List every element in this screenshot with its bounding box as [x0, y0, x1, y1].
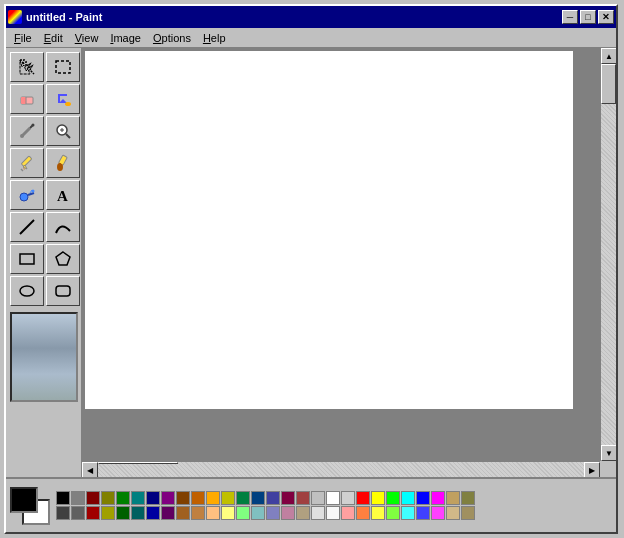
color-swatch[interactable]: [296, 491, 310, 505]
color-swatch[interactable]: [371, 506, 385, 520]
svg-point-28: [20, 286, 34, 296]
scroll-up-button[interactable]: ▲: [601, 48, 616, 64]
scroll-track-horizontal[interactable]: [98, 462, 584, 477]
foreground-color-box[interactable]: [10, 487, 38, 513]
close-button[interactable]: ✕: [598, 10, 614, 24]
color-swatch[interactable]: [146, 491, 160, 505]
tool-polygon[interactable]: [46, 244, 80, 274]
tool-brush[interactable]: [46, 148, 80, 178]
color-swatch[interactable]: [431, 506, 445, 520]
tool-rect-select[interactable]: [46, 52, 80, 82]
color-swatch[interactable]: [326, 506, 340, 520]
tool-free-select[interactable]: [10, 52, 44, 82]
color-swatch[interactable]: [341, 506, 355, 520]
color-swatch[interactable]: [266, 506, 280, 520]
tool-line[interactable]: [10, 212, 44, 242]
tool-eyedropper[interactable]: [10, 116, 44, 146]
color-swatch[interactable]: [161, 506, 175, 520]
color-swatch[interactable]: [86, 506, 100, 520]
color-swatch[interactable]: [431, 491, 445, 505]
color-swatch[interactable]: [386, 506, 400, 520]
color-swatch[interactable]: [461, 491, 475, 505]
scroll-thumb-vertical[interactable]: [601, 64, 616, 104]
color-swatch[interactable]: [221, 506, 235, 520]
color-swatch[interactable]: [281, 491, 295, 505]
color-swatch[interactable]: [356, 506, 370, 520]
color-swatch[interactable]: [446, 506, 460, 520]
svg-point-18: [57, 163, 63, 171]
color-swatch[interactable]: [416, 506, 430, 520]
color-swatch[interactable]: [116, 491, 130, 505]
tool-roundrect[interactable]: [46, 276, 80, 306]
color-swatch[interactable]: [116, 506, 130, 520]
color-swatch[interactable]: [371, 491, 385, 505]
canvas-inner: [82, 48, 600, 461]
color-swatch[interactable]: [191, 506, 205, 520]
color-swatch[interactable]: [176, 506, 190, 520]
color-swatch[interactable]: [56, 506, 70, 520]
color-swatch[interactable]: [446, 491, 460, 505]
canvas-container[interactable]: ▲ ▼ ◀ ▶: [82, 48, 616, 477]
color-swatch[interactable]: [281, 506, 295, 520]
tool-fill[interactable]: [46, 84, 80, 114]
title-bar: untitled - Paint ─ □ ✕: [6, 6, 616, 28]
color-swatch[interactable]: [176, 491, 190, 505]
color-swatch[interactable]: [311, 506, 325, 520]
tool-magnify[interactable]: [46, 116, 80, 146]
color-swatch[interactable]: [251, 491, 265, 505]
color-swatch[interactable]: [161, 491, 175, 505]
menu-help[interactable]: Help: [197, 30, 232, 46]
svg-point-8: [32, 124, 35, 127]
color-swatch[interactable]: [131, 491, 145, 505]
color-swatch[interactable]: [416, 491, 430, 505]
color-swatch[interactable]: [401, 491, 415, 505]
tool-ellipse[interactable]: [10, 276, 44, 306]
color-swatch[interactable]: [296, 506, 310, 520]
svg-point-20: [20, 193, 28, 201]
color-swatch[interactable]: [56, 491, 70, 505]
color-swatch[interactable]: [131, 506, 145, 520]
tool-text[interactable]: A: [46, 180, 80, 210]
menu-options[interactable]: Options: [147, 30, 197, 46]
scroll-down-button[interactable]: ▼: [601, 445, 616, 461]
menu-image[interactable]: Image: [104, 30, 147, 46]
tool-pencil[interactable]: [10, 148, 44, 178]
drawing-canvas[interactable]: [84, 50, 574, 410]
color-swatch[interactable]: [311, 491, 325, 505]
scroll-right-button[interactable]: ▶: [584, 462, 600, 477]
color-swatch[interactable]: [221, 491, 235, 505]
scroll-track-vertical[interactable]: [601, 64, 616, 445]
scroll-left-button[interactable]: ◀: [82, 462, 98, 477]
svg-point-23: [32, 190, 35, 193]
color-swatch[interactable]: [146, 506, 160, 520]
main-content: A: [6, 48, 616, 477]
tool-curve[interactable]: [46, 212, 80, 242]
scroll-thumb-horizontal[interactable]: [98, 462, 178, 464]
color-swatch[interactable]: [326, 491, 340, 505]
tool-airbrush[interactable]: [10, 180, 44, 210]
color-swatch[interactable]: [401, 506, 415, 520]
color-swatch[interactable]: [86, 491, 100, 505]
color-swatch[interactable]: [251, 506, 265, 520]
minimize-button[interactable]: ─: [562, 10, 578, 24]
menu-edit[interactable]: Edit: [38, 30, 69, 46]
tool-rect[interactable]: [10, 244, 44, 274]
color-swatch[interactable]: [461, 506, 475, 520]
color-swatch[interactable]: [101, 491, 115, 505]
color-swatch[interactable]: [341, 491, 355, 505]
menu-view[interactable]: View: [69, 30, 105, 46]
color-swatch[interactable]: [236, 491, 250, 505]
tool-eraser[interactable]: [10, 84, 44, 114]
color-swatch[interactable]: [71, 506, 85, 520]
color-swatch[interactable]: [386, 491, 400, 505]
color-swatch[interactable]: [236, 506, 250, 520]
color-swatch[interactable]: [206, 506, 220, 520]
color-swatch[interactable]: [206, 491, 220, 505]
menu-file[interactable]: File: [8, 30, 38, 46]
color-swatch[interactable]: [191, 491, 205, 505]
color-swatch[interactable]: [356, 491, 370, 505]
color-swatch[interactable]: [71, 491, 85, 505]
color-swatch[interactable]: [101, 506, 115, 520]
color-swatch[interactable]: [266, 491, 280, 505]
maximize-button[interactable]: □: [580, 10, 596, 24]
